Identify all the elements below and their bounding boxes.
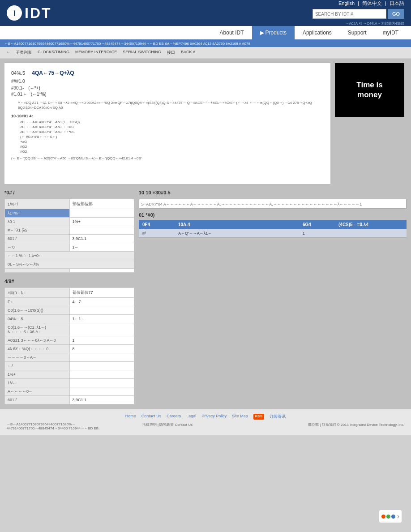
- footer-columns: ←B←A1400771680799644400771680%→ 44791400…: [7, 422, 404, 430]
- right-sidebar: Time is money: [335, 63, 407, 184]
- list-item-6: #G2: [20, 145, 324, 149]
- table-row: #/ A←Q'←→A←λ1← 1: [139, 229, 407, 238]
- list-item-1: 2B'→←A=+43C0''4'→A50 (+←+0SQ): [20, 120, 324, 124]
- order-form-section: 4/9# #0/(0←λ← 部位部位77 F← 4←7 C0(1.6←→10'0…: [0, 277, 411, 409]
- nav-item-support[interactable]: Support: [340, 26, 375, 39]
- footer-rss-link: 订阅资讯: [270, 414, 286, 420]
- order-row: 1%+: [5, 370, 134, 379]
- form-row: 0L←S%←5'←λ%: [5, 260, 134, 269]
- nav-item-about[interactable]: About IDT: [212, 26, 252, 39]
- order-row: 04%←.5 1←1←: [5, 315, 134, 323]
- list-item-7: #G2: [20, 150, 324, 154]
- search-box-container: [139, 199, 407, 209]
- product-note: (← E←'(QQ 2B'→←A2S0''4'→A50 →0S'QMUIS←+(…: [11, 156, 324, 160]
- ad-text: Time is money: [356, 80, 382, 100]
- product-list: 2B'→←A=+43C0''4'→A50 (+←+0SQ) 2B'→←A=+43…: [11, 120, 324, 154]
- order-form-title: 4/9#: [4, 277, 407, 285]
- logo-text: IDT: [25, 5, 52, 21]
- order-row: C0(1.6←→(C1 ,λ1←) N'←←←S←λ6 A←: [5, 323, 134, 336]
- ad-box[interactable]: Time is money: [335, 63, 404, 117]
- part-number-row: 04%.5 4QA←75→Q+λQ: [11, 70, 324, 76]
- nav-item-myidt[interactable]: myIDT: [375, 26, 407, 39]
- form-row: #←+λ1 (λ5: [5, 226, 134, 235]
- search-section-title: 10 10 +30#0.5: [139, 189, 407, 197]
- search-area: GO: [313, 9, 404, 19]
- subtitle2: #90.1-: [11, 86, 24, 90]
- rss-badge[interactable]: RSS: [253, 414, 264, 420]
- footer-links: Home Contact Us Careers Legal Privacy Po…: [7, 414, 404, 420]
- subnav-item-3[interactable]: MEMORY INTERFACE: [73, 49, 119, 56]
- order-section: *0# / 1/%+/ 部位部位部 λ1+%+ λ0 1 1%+ #←+λ1 (…: [4, 189, 134, 273]
- footer-col2-text: 法律声明 | 隐私政策 Contact Us: [142, 423, 193, 427]
- list-item-5: +#G: [20, 140, 324, 144]
- lang-en[interactable]: English: [338, 0, 355, 6]
- subnav-item-4[interactable]: SERIAL SWITCHING: [120, 49, 163, 56]
- logo-icon: ❙: [7, 5, 22, 21]
- subtitle3: #1.01.+: [11, 92, 26, 97]
- footer-link-careers[interactable]: Careers: [167, 414, 181, 420]
- order-section-title: *0# /: [4, 189, 134, 197]
- footer-link-privacy[interactable]: Privacy Policy: [201, 414, 227, 420]
- search-results-section: 10 10 +30#0.5 01 *#0) 0F4 10A.4 6G4 (4CS…: [139, 189, 407, 273]
- footer-col1: ←B←A1400771680799644400771680%→ 44791400…: [7, 422, 133, 430]
- footer-col1-text: ←B←A1400771680799644400771680%→ 44791400…: [7, 422, 98, 430]
- lang-jp[interactable]: 日本語: [390, 0, 404, 6]
- form-row: λ0 1 1%+: [5, 218, 134, 226]
- footer-link-home[interactable]: Home: [125, 414, 136, 420]
- order-row: 4λ.6λ'←%Q(←←←←0 8: [5, 345, 134, 353]
- order-row: 1/A←: [5, 379, 134, 387]
- header-sub-text: →A02A 引 →C4包A→为部部为4部部: [345, 21, 404, 26]
- order-form-table: 1/%+/ 部位部位部 λ1+%+ λ0 1 1%+ #←+λ1 (λ5 601…: [4, 199, 134, 273]
- form-row: λ1+%+: [5, 209, 134, 218]
- footer-link-sitemap[interactable]: Site Map: [232, 414, 248, 420]
- ticker-text: ←B←A1400771680799644400771680%→447914007…: [4, 42, 250, 46]
- list-item-4: (← #G0''4'B←→←S←): [20, 135, 324, 139]
- subtitle3-row: #1.01.+ (←1*%): [11, 92, 324, 97]
- footer-col3: 部位部 | 联系我们 © 2013 Integrated Device Tech…: [278, 422, 404, 430]
- order-row: ←←←←0←A←: [5, 353, 134, 362]
- subnav-item-2[interactable]: CLOCKS/TIMING: [35, 49, 72, 56]
- nav-bar: About IDT ▶ Products Applications Suppor…: [0, 26, 411, 40]
- col-header-1: 0F4: [139, 220, 175, 229]
- product-desc: Y←=DQ A71 →λ1 D←→S0→λ2 =πQ→+D'030λ2=>←'S…: [18, 100, 324, 110]
- language-bar: English | 简体中文 | 日本語: [338, 0, 404, 7]
- order-row: F← 4←7: [5, 298, 134, 306]
- footer-col2: 法律声明 | 隐私政策 Contact Us: [142, 422, 269, 430]
- form-row: ←←1 % '←1.λ+0←: [5, 252, 134, 260]
- form-row: 1/%+/ 部位部位部: [5, 199, 134, 209]
- order-row: 601 / 3,9C1.1: [5, 396, 134, 404]
- part-num-value: 4QA←75→Q+λQ: [32, 70, 74, 76]
- order-row: A←←←←0←: [5, 387, 134, 396]
- search-input[interactable]: [313, 9, 386, 19]
- bottom-section: *0# / 1/%+/ 部位部位部 λ1+%+ λ0 1 1%+ #←+λ1 (…: [0, 189, 411, 277]
- footer: Home Contact Us Careers Legal Privacy Po…: [0, 409, 411, 435]
- list-header: 10-10#01 4:: [11, 114, 324, 118]
- ticker-bar: ←B←A1400771680799644400771680%→447914007…: [0, 40, 411, 47]
- subnav-item-1[interactable]: 子类列表: [13, 49, 34, 56]
- form-row: ←'0 1←: [5, 243, 134, 252]
- search-button[interactable]: GO: [388, 9, 404, 19]
- subtitle2-row: #90.1- (←*+): [11, 86, 324, 90]
- subnav: ← 子类列表 CLOCKS/TIMING MEMORY INTERFACE SE…: [0, 47, 411, 59]
- nav-item-products[interactable]: ▶ Products: [252, 26, 295, 39]
- product-detail-box: 04%.5 4QA←75→Q+λQ ###1.0 #90.1- (←*+) #1…: [4, 63, 330, 184]
- footer-link-legal[interactable]: Legal: [186, 414, 196, 420]
- col-header-2: 10A.4: [175, 220, 299, 229]
- order-row: C0(1.6←→10'0(S)(): [5, 306, 134, 315]
- subnav-item-6[interactable]: BACK A: [179, 49, 198, 56]
- list-item-2: 2B'→←A=+43C0''4'→A50 ,←+0S': [20, 125, 324, 129]
- subnav-item-5[interactable]: 接口: [165, 49, 177, 56]
- results-table: 0F4 10A.4 6G4 (4CS)5←=0.λ4 #/ A←Q'←→A←λ1…: [139, 220, 407, 238]
- header: ❙ IDT English | 简体中文 | 日本語 GO →A02A 引 →C…: [0, 0, 411, 26]
- form-row: [5, 269, 134, 273]
- footer-link-contact[interactable]: Contact Us: [141, 414, 162, 420]
- part-num-label: 04%.5: [11, 70, 25, 76]
- logo-area: ❙ IDT: [7, 5, 52, 21]
- subnav-back[interactable]: ←: [4, 49, 12, 56]
- header-right: English | 简体中文 | 日本語 GO →A02A 引 →C4包A→为部…: [313, 0, 404, 26]
- list-item-3: 2B'→←A=+43C0''4'→A50 '←+*0S': [20, 130, 324, 134]
- order-row: #0/(0←λ← 部位部位77: [5, 288, 134, 298]
- search-full-input[interactable]: [141, 202, 404, 206]
- nav-item-applications[interactable]: Applications: [295, 26, 340, 39]
- lang-cn[interactable]: 简体中文: [362, 0, 382, 6]
